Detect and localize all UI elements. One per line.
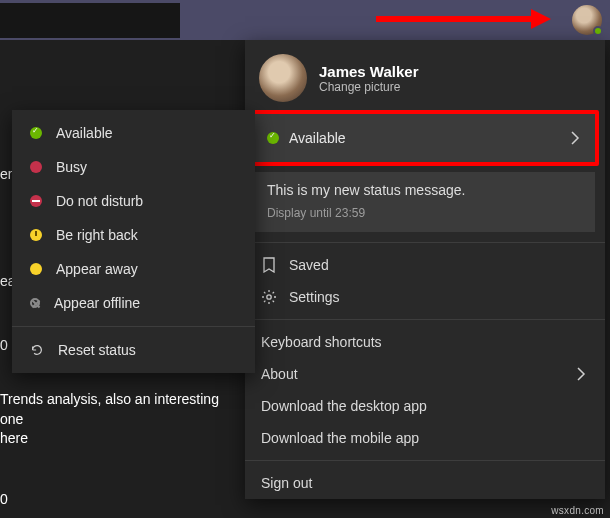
menu-saved[interactable]: Saved (245, 249, 605, 281)
status-option-dnd[interactable]: Do not disturb (12, 184, 255, 218)
watermark: wsxdn.com (551, 505, 604, 516)
status-option-away[interactable]: Appear away (12, 252, 255, 286)
highlight-annotation: Available (251, 110, 599, 166)
reset-icon (30, 343, 44, 357)
menu-about[interactable]: About (245, 358, 605, 390)
chevron-right-icon (573, 366, 589, 382)
status-submenu: Available Busy Do not disturb Be right b… (12, 110, 255, 373)
separator (245, 319, 605, 320)
avatar[interactable] (259, 54, 307, 102)
status-option-available[interactable]: Available (12, 116, 255, 150)
profile-menu: James Walker Change picture Available Th… (245, 40, 605, 499)
presence-offline-icon (30, 298, 40, 308)
bg-text: 0 (0, 490, 240, 510)
status-option-brb[interactable]: Be right back (12, 218, 255, 252)
bg-text: Trends analysis, also an interesting one… (0, 390, 240, 449)
status-option-busy[interactable]: Busy (12, 150, 255, 184)
menu-keyboard-shortcuts[interactable]: Keyboard shortcuts (245, 326, 605, 358)
presence-indicator-icon (593, 26, 603, 36)
menu-download-desktop[interactable]: Download the desktop app (245, 390, 605, 422)
presence-dnd-icon (30, 195, 42, 207)
status-option-offline[interactable]: Appear offline (12, 286, 255, 320)
profile-header: James Walker Change picture (245, 40, 605, 110)
bookmark-icon (261, 257, 277, 273)
separator (245, 242, 605, 243)
separator (245, 460, 605, 461)
chevron-right-icon (567, 130, 583, 146)
menu-settings[interactable]: Settings (245, 281, 605, 313)
search-input[interactable] (0, 3, 180, 38)
status-option-reset[interactable]: Reset status (12, 333, 255, 367)
app-topbar (0, 0, 610, 40)
status-display-until: Display until 23:59 (267, 206, 583, 220)
presence-brb-icon (30, 229, 42, 241)
status-message-box[interactable]: This is my new status message. Display u… (255, 172, 595, 232)
gear-icon (261, 289, 277, 305)
presence-busy-icon (30, 161, 42, 173)
presence-available-icon (30, 127, 42, 139)
separator (12, 326, 255, 327)
svg-point-2 (267, 295, 271, 299)
svg-marker-1 (531, 9, 551, 29)
menu-signout[interactable]: Sign out (245, 467, 605, 499)
status-label: Available (289, 130, 557, 146)
user-name: James Walker (319, 63, 419, 80)
presence-available-icon (267, 132, 279, 144)
arrow-annotation (376, 8, 551, 30)
presence-away-icon (30, 263, 42, 275)
menu-download-mobile[interactable]: Download the mobile app (245, 422, 605, 454)
status-message: This is my new status message. (267, 182, 583, 198)
change-picture-link[interactable]: Change picture (319, 80, 419, 94)
status-row[interactable]: Available (255, 114, 595, 162)
